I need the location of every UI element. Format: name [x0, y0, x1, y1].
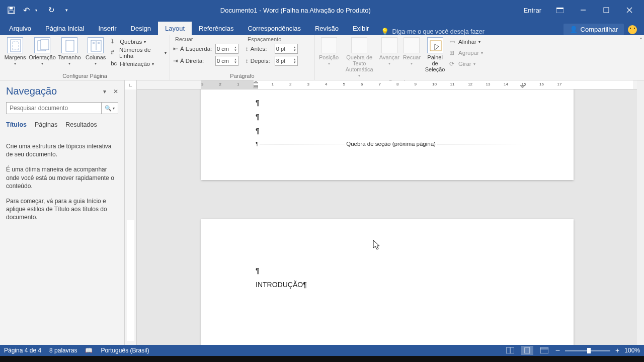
zoom-in-icon[interactable]: +	[615, 346, 619, 354]
status-page[interactable]: Página 4 de 4	[4, 347, 41, 354]
nav-tab-headings[interactable]: Títulos	[6, 121, 27, 128]
vertical-scrollbar[interactable]	[637, 80, 644, 345]
svg-rect-6	[604, 8, 609, 13]
ribbon-tabs: Arquivo Página Inicial Inserir Design La…	[0, 20, 644, 35]
size-icon	[61, 37, 77, 53]
space-after-input[interactable]: 8 pt▲▼	[275, 56, 298, 66]
pilcrow-mark: ¶	[256, 266, 260, 275]
space-before-input[interactable]: 0 pt▲▼	[275, 44, 298, 54]
document-canvas[interactable]: ¶ ¶ ¶ ¶ Quebra de seção (próxima página)…	[137, 89, 637, 345]
print-layout-icon[interactable]	[521, 346, 533, 355]
minimize-icon[interactable]	[575, 0, 592, 20]
nav-tab-results[interactable]: Resultados	[65, 121, 97, 128]
tab-insert[interactable]: Inserir	[91, 22, 123, 35]
tab-view[interactable]: Exibir	[346, 22, 376, 35]
tab-selector[interactable]: ∟	[125, 80, 137, 89]
close-icon[interactable]	[621, 0, 638, 20]
share-button[interactable]: 👤 Compartilhar	[564, 24, 624, 35]
redo-icon[interactable]: ↻	[47, 6, 55, 14]
bulb-icon: 💡	[381, 28, 389, 35]
undo-icon[interactable]: ↶	[22, 6, 30, 14]
margins-icon	[7, 37, 23, 53]
page-current: ¶ INTRODUÇÃO¶	[201, 219, 574, 345]
feedback-icon[interactable]	[628, 25, 637, 34]
tab-references[interactable]: Referências	[192, 22, 240, 35]
status-words[interactable]: 8 palavras	[49, 347, 77, 354]
quick-access-toolbar: ↶ ▾ ↻ ▾	[0, 6, 77, 14]
titlebar-controls: Entrar	[514, 0, 644, 20]
svg-rect-30	[540, 347, 548, 353]
tab-mailings[interactable]: Correspondências	[240, 22, 308, 35]
position-icon	[321, 37, 337, 53]
breaks-icon: ⤵	[111, 38, 118, 45]
mouse-cursor-icon	[373, 240, 380, 250]
breaks-button[interactable]: ⤵Quebras ▾	[111, 36, 167, 47]
space-after-icon: ↕	[246, 58, 249, 64]
tab-file[interactable]: Arquivo	[2, 22, 38, 35]
save-icon[interactable]	[7, 6, 15, 14]
tell-me-box[interactable]: 💡 Diga-me o que você deseja fazer	[376, 28, 489, 35]
svg-rect-4	[556, 8, 564, 9]
wrap-text-icon	[351, 37, 367, 53]
tab-review[interactable]: Revisão	[308, 22, 346, 35]
group-objects-button: ⊞Agrupar ▾	[449, 47, 483, 58]
zoom-slider[interactable]	[565, 350, 610, 351]
columns-button[interactable]: Colunas▾	[84, 36, 108, 66]
indent-right-icon: ⇥	[173, 57, 178, 64]
hyphenation-icon: bc	[111, 60, 118, 67]
hyphenation-button[interactable]: bcHifenização ▾	[111, 58, 167, 69]
indent-header: Recuar	[173, 36, 238, 42]
vertical-ruler[interactable]	[125, 89, 137, 345]
ribbon: ˇ Margens▾ Orientação▾ Tamanho▾ Colunas▾…	[0, 35, 644, 80]
group-arrange: Posição▾ Quebra de Texto Automática▾ Ava…	[315, 35, 486, 80]
indent-right-label: À Direita:	[180, 58, 213, 64]
indent-left-input[interactable]: 0 cm▲▼	[215, 44, 238, 54]
indent-left-label: À Esquerda:	[180, 46, 213, 52]
bring-forward-button: Avançar▾	[379, 36, 399, 66]
collapse-ribbon-icon[interactable]: ˇ	[640, 37, 642, 44]
status-language[interactable]: Português (Brasil)	[101, 347, 149, 354]
horizontal-ruler[interactable]: ∟ 3211234567891011121314151617	[125, 80, 638, 89]
indent-right-input[interactable]: 0 cm▲▼	[215, 56, 238, 66]
status-proofing-icon[interactable]: 📖	[85, 347, 93, 354]
align-button[interactable]: ▭Alinhar ▾	[449, 36, 483, 47]
space-before-label: Antes:	[251, 46, 273, 52]
tab-home[interactable]: Página Inicial	[38, 22, 91, 35]
undo-dropdown-icon[interactable]: ▾	[32, 6, 40, 14]
margins-button[interactable]: Margens▾	[3, 36, 27, 66]
nav-close-icon[interactable]: ✕	[113, 88, 118, 95]
nav-search-input[interactable]	[6, 102, 101, 114]
orientation-button[interactable]: Orientação▾	[29, 36, 55, 66]
size-button[interactable]: Tamanho▾	[57, 36, 82, 66]
line-numbers-button[interactable]: #Números de Linha ▾	[111, 47, 167, 58]
qat-customize-icon[interactable]: ▾	[62, 6, 70, 14]
tab-layout[interactable]: Layout	[158, 22, 192, 35]
window-title: Documento1 - Word (Falha na Ativação do …	[77, 7, 514, 14]
nav-search: 🔍▾	[6, 102, 118, 114]
nav-help-text: Crie uma estrutura de tópicos interativa…	[6, 142, 118, 222]
ribbon-display-icon[interactable]	[551, 0, 569, 20]
section-break-label: Quebra de seção (próxima página)	[346, 141, 436, 147]
web-layout-icon[interactable]	[538, 346, 550, 355]
read-mode-icon[interactable]	[504, 346, 516, 355]
sign-in-link[interactable]: Entrar	[520, 7, 545, 14]
indent-left-icon: ⇤	[173, 45, 178, 52]
nav-dropdown-icon[interactable]: ▾	[103, 88, 106, 95]
share-icon: 👤	[570, 26, 578, 33]
wrap-text-button: Quebra de Texto Automática▾	[342, 36, 377, 78]
nav-search-button[interactable]: 🔍▾	[101, 102, 118, 114]
pilcrow-mark: ¶	[256, 113, 260, 121]
orientation-icon	[34, 37, 50, 53]
maximize-icon[interactable]	[598, 0, 615, 20]
nav-tab-pages[interactable]: Páginas	[35, 121, 57, 128]
group-icon: ⊞	[449, 49, 456, 56]
group-label-paragraph: Parágrafo	[173, 72, 311, 80]
align-icon: ▭	[449, 38, 456, 45]
line-numbers-icon: #	[111, 49, 117, 56]
selection-pane-button[interactable]: Painel de Seleção	[424, 36, 446, 72]
position-button: Posição▾	[318, 36, 340, 66]
zoom-out-icon[interactable]: −	[555, 346, 560, 355]
zoom-level[interactable]: 100%	[624, 347, 640, 354]
tab-design[interactable]: Design	[124, 22, 158, 35]
tell-me-placeholder: Diga-me o que você deseja fazer	[392, 28, 484, 35]
